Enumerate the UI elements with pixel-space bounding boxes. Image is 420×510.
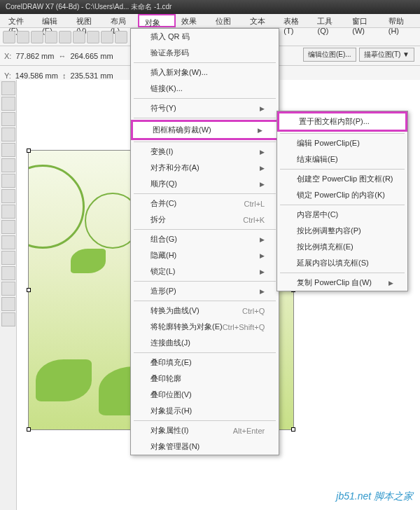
bitmap-buttons: 编辑位图(E)... 描摹位图(T) ▼ xyxy=(303,48,414,62)
menu-item: 叠印填充(E) xyxy=(131,354,279,371)
h-icon: ↕ xyxy=(62,71,66,80)
menu-item[interactable]: 顺序(Q)▶ xyxy=(131,176,279,192)
ellipse-tool-icon[interactable] xyxy=(1,174,15,188)
menu-item: 将轮廓转换为对象(E)Ctrl+Shift+Q xyxy=(131,319,279,335)
menu-item[interactable]: 变换(I)▶ xyxy=(131,144,279,160)
print-icon[interactable] xyxy=(45,31,57,43)
menu-item[interactable]: 插入 QR 码 xyxy=(131,29,279,45)
menu-1[interactable]: 编辑(E) xyxy=(36,14,71,27)
menu-9[interactable]: 工具(Q) xyxy=(312,14,346,27)
menu-item: 按比例调整内容(P) xyxy=(277,223,407,239)
menu-item[interactable]: 插入新对象(W)... xyxy=(131,64,279,81)
menu-item[interactable]: 叠印位图(V) xyxy=(131,387,279,403)
y-value[interactable]: 149.586 mm xyxy=(15,71,58,80)
h-value[interactable]: 235.531 mm xyxy=(70,71,113,80)
menu-3[interactable]: 布局(L) xyxy=(105,14,139,27)
paste-icon[interactable] xyxy=(87,31,99,43)
menu-item: 编辑 PowerClip(E) xyxy=(277,135,407,151)
menu-item[interactable]: 对象提示(H) xyxy=(131,403,279,419)
menu-item[interactable]: 造形(P)▶ xyxy=(131,283,279,299)
new-icon[interactable] xyxy=(3,31,15,43)
w-value[interactable]: 264.665 mm xyxy=(70,52,113,60)
menu-item: 结束编辑(E) xyxy=(277,151,407,167)
dimension-tool-icon[interactable] xyxy=(1,235,15,249)
menu-item[interactable]: 对象属性(I)Alt+Enter xyxy=(131,422,279,439)
copy-icon[interactable] xyxy=(73,31,85,43)
menu-8[interactable]: 表格(T) xyxy=(278,14,312,27)
toolbox xyxy=(0,80,17,510)
menu-item: 合并(C)Ctrl+L xyxy=(131,195,279,212)
menu-item: 拆分Ctrl+K xyxy=(131,212,279,228)
menu-item[interactable]: 组合(G)▶ xyxy=(131,231,279,247)
trace-bitmap-button[interactable]: 描摹位图(T) ▼ xyxy=(359,48,414,62)
shape-tool-icon[interactable] xyxy=(1,97,15,111)
outline-tool-icon[interactable] xyxy=(1,312,15,326)
menu-item[interactable]: 对齐和分布(A)▶ xyxy=(131,160,279,176)
menu-item[interactable]: 隐藏(H)▶ xyxy=(131,247,279,263)
table-tool-icon[interactable] xyxy=(1,220,15,234)
connector-tool-icon[interactable] xyxy=(1,251,15,265)
menu-item: 复制 PowerClip 自(W)▶ xyxy=(277,275,407,291)
menu-item: 创建空 PowerClip 图文框(R) xyxy=(277,171,407,187)
menu-item[interactable]: 链接(K)... xyxy=(131,81,279,97)
fill-tool-icon[interactable] xyxy=(1,297,15,311)
save-icon[interactable] xyxy=(31,31,43,43)
menu-item[interactable]: 置于图文框内部(P)... xyxy=(277,111,407,132)
polygon-tool-icon[interactable] xyxy=(1,189,15,203)
menu-2[interactable]: 视图(V) xyxy=(71,14,105,27)
object-menu: 插入 QR 码验证条形码插入新对象(W)...链接(K)...符号(Y)▶图框精… xyxy=(130,28,279,455)
menu-item[interactable]: 图框精确剪裁(W)▶ xyxy=(131,120,279,140)
undo-icon[interactable] xyxy=(101,31,113,43)
menu-0[interactable]: 文件(F) xyxy=(3,14,36,27)
menu-item: 叠印轮廓 xyxy=(131,371,279,387)
text-tool-icon[interactable] xyxy=(1,205,15,219)
freehand-tool-icon[interactable] xyxy=(1,143,15,157)
redo-icon[interactable] xyxy=(115,31,127,43)
cut-icon[interactable] xyxy=(59,31,71,43)
menu-10[interactable]: 窗口(W) xyxy=(346,14,382,27)
menu-5[interactable]: 效果(C) xyxy=(176,14,210,27)
selection-handle[interactable] xyxy=(27,427,31,432)
menu-6[interactable]: 位图(B) xyxy=(210,14,244,27)
menu-item[interactable]: 验证条形码 xyxy=(131,45,279,61)
menu-7[interactable]: 文本(X) xyxy=(244,14,279,27)
edit-bitmap-button[interactable]: 编辑位图(E)... xyxy=(303,48,356,62)
menu-item: 按比例填充框(E) xyxy=(277,239,407,255)
menu-item: 延展内容以填充框(S) xyxy=(277,255,407,271)
open-icon[interactable] xyxy=(17,31,29,43)
menu-item[interactable]: 符号(Y)▶ xyxy=(131,100,279,116)
pick-tool-icon[interactable] xyxy=(1,81,15,95)
watermark: jb51.net 脚本之家 xyxy=(336,490,413,503)
selection-handle[interactable] xyxy=(27,288,31,292)
menu-item: 转换为曲线(V)Ctrl+Q xyxy=(131,303,279,319)
powerclip-submenu: 置于图文框内部(P)...编辑 PowerClip(E)结束编辑(E)创建空 P… xyxy=(276,111,408,291)
y-label: Y: xyxy=(4,71,11,80)
menu-item[interactable]: 连接曲线(J) xyxy=(131,335,279,351)
menu-4[interactable]: 对象(C) xyxy=(138,14,175,27)
selection-handle[interactable] xyxy=(27,149,31,153)
menu-11[interactable]: 帮助(H) xyxy=(383,14,417,27)
menu-item: 内容居中(C) xyxy=(277,207,407,223)
title-bar: CorelDRAW X7 (64-Bd) - C:\Users\Ad... 未命… xyxy=(0,0,420,14)
effects-tool-icon[interactable] xyxy=(1,266,15,280)
eyedropper-tool-icon[interactable] xyxy=(1,282,15,296)
menu-item: 锁定 PowerClip 的内容(K) xyxy=(277,187,407,203)
x-label: X: xyxy=(4,52,11,60)
menu-item[interactable]: 对象管理器(N) xyxy=(131,439,279,455)
x-value[interactable]: 77.862 mm xyxy=(15,52,54,60)
zoom-tool-icon[interactable] xyxy=(1,127,15,142)
selection-handle[interactable] xyxy=(291,427,295,432)
rectangle-tool-icon[interactable] xyxy=(1,158,15,172)
w-icon: ↔ xyxy=(58,52,66,60)
menu-item[interactable]: 锁定(L)▶ xyxy=(131,263,279,280)
crop-tool-icon[interactable] xyxy=(1,112,15,126)
menu-bar: 文件(F)编辑(E)视图(V)布局(L)对象(C)效果(C)位图(B)文本(X)… xyxy=(0,14,420,28)
